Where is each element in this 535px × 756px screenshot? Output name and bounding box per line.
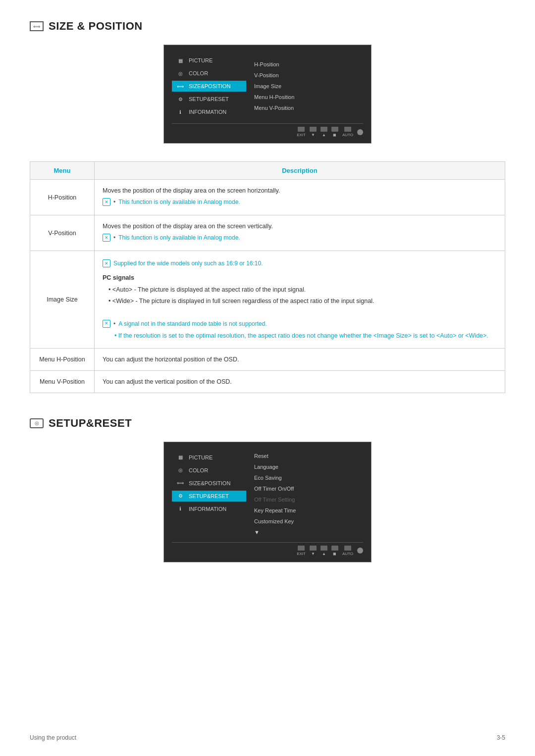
osd-option-hpos: H-Position: [254, 60, 363, 68]
table-row-menuhpos: Menu H-Position You can adjust the horiz…: [30, 348, 505, 370]
setup-opt-language: Language: [254, 463, 363, 471]
setup-reset-osd-screen: ▦ PICTURE ◎ COLOR ⟺ SIZE&POSITION ⚙ SETU…: [163, 442, 372, 562]
setup-reset-title: SETUP&RESET: [49, 417, 132, 430]
size-position-osd-screen: ▦ PICTURE ◎ COLOR ⟺ SIZE&POSITION ⚙ SETU…: [163, 45, 372, 144]
osd-menu: ▦ PICTURE ◎ COLOR ⟺ SIZE&POSITION ⚙ SETU…: [172, 55, 363, 117]
size-position-osd-container: ▦ PICTURE ◎ COLOR ⟺ SIZE&POSITION ⚙ SETU…: [30, 45, 505, 144]
hposition-note: ✕ • This function is only available in A…: [103, 198, 497, 207]
setup-osd-bottom: EXIT ▼ ▲ ◼ AUTO: [172, 542, 363, 556]
page-footer: Using the product 3-5: [30, 734, 505, 741]
setup-osd-right: Reset Language Eco Saving Off Timer On/O…: [246, 452, 363, 536]
desc-vposition: Moves the position of the display area o…: [95, 215, 505, 251]
size-icon: ⟺: [176, 83, 185, 90]
table-row-imagesize: Image Size ✕ Supplied for the wide model…: [30, 251, 505, 348]
setup-reset-icon: ◎: [30, 418, 44, 428]
menu-label-menuhpos: Menu H-Position: [30, 348, 95, 370]
osd-nav-btn-3: ◼: [331, 127, 338, 137]
setup-osd-sizepos: ⟺ SIZE&POSITION: [172, 478, 246, 489]
setup-opt-offtimer: Off Timer On/Off: [254, 485, 363, 493]
size-position-table: Menu Description H-Position Moves the po…: [30, 161, 505, 393]
sub-bullet-resolution: • If the resolution is set to the optima…: [114, 331, 497, 341]
osd-option-vpos: V-Position: [254, 71, 363, 79]
table-row-vposition: V-Position Moves the position of the dis…: [30, 215, 505, 251]
menu-label-vposition: V-Position: [30, 215, 95, 251]
setup-opt-keyrepeat: Key Repeat Time: [254, 506, 363, 514]
setup-icon: ⚙: [176, 96, 185, 102]
setup-color-icon: ◎: [176, 467, 185, 474]
table-row-menuvpos: Menu V-Position You can adjust the verti…: [30, 370, 505, 393]
footer-right-text: 3-5: [497, 734, 505, 741]
size-position-heading: ⟺ SIZE & POSITION: [30, 20, 505, 33]
color-icon: ◎: [176, 70, 185, 77]
setup-reset-section: ◎ SETUP&RESET ▦ PICTURE ◎ COLOR ⟺ SIZE: [30, 417, 505, 562]
setup-reset-heading: ◎ SETUP&RESET: [30, 417, 505, 430]
note-icon-imgsize2: ✕: [103, 320, 110, 328]
setup-opt-more: ▼: [254, 528, 363, 536]
osd-item-setup: ⚙ SETUP&RESET: [172, 94, 246, 104]
setup-opt-reset: Reset: [254, 452, 363, 460]
setup-osd-picture: ▦ PICTURE: [172, 452, 246, 463]
setup-power-btn: [357, 548, 363, 554]
osd-exit-btn: EXIT: [297, 127, 306, 137]
size-position-icon: ⟺: [30, 21, 44, 31]
setup-nav-btn-1: ▼: [310, 546, 317, 556]
setup-info-icon: ℹ: [176, 505, 185, 512]
imagesize-note1: ✕ Supplied for the wide models only such…: [103, 259, 497, 268]
picture-icon: ▦: [176, 57, 185, 64]
setup-nav-btn-2: ▲: [321, 546, 327, 556]
col-menu-header: Menu: [30, 162, 95, 180]
desc-hposition: Moves the position of the display area o…: [95, 180, 505, 215]
col-description-header: Description: [95, 162, 505, 180]
osd-option-imgsize: Image Size: [254, 82, 363, 90]
note-icon-imgsize1: ✕: [103, 259, 110, 267]
osd-option-menuvpos: Menu V-Position: [254, 104, 363, 112]
osd-nav-btn-1: ▼: [310, 127, 317, 137]
setup-auto-btn: AUTO: [342, 546, 353, 556]
setup-osd-left: ▦ PICTURE ◎ COLOR ⟺ SIZE&POSITION ⚙ SETU…: [172, 452, 246, 536]
osd-nav-btn-2: ▲: [321, 127, 327, 137]
desc-menuvpos: You can adjust the vertical position of …: [95, 370, 505, 393]
setup-osd-setup: ⚙ SETUP&RESET: [172, 491, 246, 502]
setup-exit-btn: EXIT: [297, 546, 306, 556]
setup-osd-color: ◎ COLOR: [172, 465, 246, 476]
setup-size-icon: ⟺: [176, 480, 185, 487]
info-icon: ℹ: [176, 108, 185, 115]
bullet-auto: • <Auto> - The picture is displayed at t…: [108, 285, 497, 295]
bullet-wide: • <Wide> - The picture is displayed in f…: [108, 296, 497, 306]
setup-opt-eco: Eco Saving: [254, 474, 363, 482]
osd-auto-btn: AUTO: [342, 127, 353, 137]
setup-nav-btn-3: ◼: [331, 546, 338, 556]
setup-opt-offtimersetting: Off Timer Setting: [254, 496, 363, 504]
setup-picture-icon: ▦: [176, 454, 185, 461]
osd-bottom-bar: EXIT ▼ ▲ ◼ AUTO: [172, 123, 363, 137]
note-icon-vpos: ✕: [103, 234, 110, 242]
osd-left-panel: ▦ PICTURE ◎ COLOR ⟺ SIZE&POSITION ⚙ SETU…: [172, 55, 246, 117]
desc-imagesize: ✕ Supplied for the wide models only such…: [95, 251, 505, 348]
osd-item-picture: ▦ PICTURE: [172, 55, 246, 66]
menu-label-menuvpos: Menu V-Position: [30, 370, 95, 393]
size-position-title: SIZE & POSITION: [49, 20, 143, 33]
osd-item-information: ℹ INFORMATION: [172, 106, 246, 117]
menu-label-hposition: H-Position: [30, 180, 95, 215]
setup-reset-osd-container: ▦ PICTURE ◎ COLOR ⟺ SIZE&POSITION ⚙ SETU…: [30, 442, 505, 562]
osd-option-menuhpos: Menu H-Position: [254, 93, 363, 101]
table-row-hposition: H-Position Moves the position of the dis…: [30, 180, 505, 215]
osd-item-size-position: ⟺ SIZE&POSITION: [172, 81, 246, 92]
note-icon-hpos: ✕: [103, 198, 110, 206]
osd-right-panel: H-Position V-Position Image Size Menu H-…: [246, 55, 363, 117]
osd-power-btn: [357, 129, 363, 135]
pc-signals-title: PC signals: [103, 273, 497, 283]
setup-osd-menu: ▦ PICTURE ◎ COLOR ⟺ SIZE&POSITION ⚙ SETU…: [172, 452, 363, 536]
setup-setup-icon: ⚙: [176, 493, 185, 500]
imagesize-note2: ✕ • A signal not in the standard mode ta…: [103, 319, 497, 329]
osd-item-color: ◎ COLOR: [172, 68, 246, 79]
menu-label-imagesize: Image Size: [30, 251, 95, 348]
setup-osd-info: ℹ INFORMATION: [172, 504, 246, 514]
footer-left-text: Using the product: [30, 734, 76, 741]
setup-opt-customkey: Customized Key: [254, 517, 363, 525]
desc-menuhpos: You can adjust the horizontal position o…: [95, 348, 505, 370]
vposition-note: ✕ • This function is only available in A…: [103, 233, 497, 243]
